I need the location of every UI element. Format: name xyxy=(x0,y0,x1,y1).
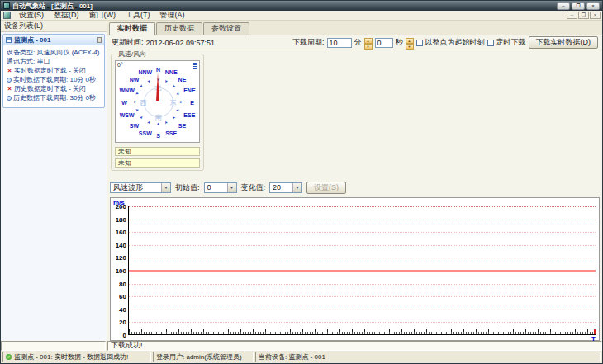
device-info-line: 设备类型: 风速风向仪 (ACFX-4) xyxy=(7,48,102,57)
minutes-stepper[interactable]: ▲▼ xyxy=(364,38,373,48)
compass-arrow-icon: ➤ xyxy=(135,108,140,113)
chevron-down-icon[interactable]: ▼ xyxy=(227,183,236,192)
mdi-restore-icon[interactable]: ❐ xyxy=(578,12,589,19)
y-tick-label: 140 xyxy=(112,242,126,249)
device-info-line: 通讯方式: 串口 xyxy=(7,57,102,66)
menu-item[interactable]: 数据(D) xyxy=(49,11,84,20)
device-info-lines: 设备类型: 风速风向仪 (ACFX-4)通讯方式: 串口×实时数据定时下载 - … xyxy=(3,45,104,107)
compass-arrow-icon: ➤ xyxy=(135,91,140,96)
stepper-down-icon[interactable]: ▼ xyxy=(364,44,373,50)
stepper-up-icon[interactable]: ▲ xyxy=(364,38,373,44)
y-tick-label: 40 xyxy=(112,306,126,314)
y-tick-label: 0 xyxy=(112,332,126,339)
mdi-minimize-icon[interactable]: – xyxy=(567,12,577,19)
wind-group-title: 风速/风向 xyxy=(116,50,148,59)
y-tick-label: 160 xyxy=(112,229,126,236)
compass-direction-label: SE xyxy=(178,123,186,129)
y-gridline xyxy=(129,296,596,297)
compass-arrow-icon: ➤ xyxy=(134,100,137,104)
status-section-user: 登录用户: admin(系统管理员) xyxy=(153,352,254,362)
clock-icon xyxy=(7,96,12,101)
message-row: 下载成功! xyxy=(1,341,602,351)
success-check-icon: ✓ xyxy=(6,354,12,360)
y-tick-label: 180 xyxy=(112,216,126,224)
compass-direction-label: E xyxy=(190,100,194,106)
y-gridline xyxy=(129,258,596,258)
tab-实时数据[interactable]: 实时数据 xyxy=(109,22,155,35)
pin-icon[interactable] xyxy=(97,37,102,43)
status-section-device: 当前设备: 监测点 - 001 xyxy=(255,352,601,362)
device-info-text: 历史数据定时下载 - 关闭 xyxy=(14,84,86,93)
chevron-down-icon[interactable]: ▼ xyxy=(292,183,302,192)
wind-direction-field: 未知 xyxy=(115,147,200,156)
message-left-box xyxy=(1,341,106,351)
compass-direction-label: SSW xyxy=(139,130,152,135)
delta-value-select[interactable]: 20 ▼ xyxy=(269,182,302,193)
clock-icon xyxy=(7,78,12,83)
disabled-x-icon: × xyxy=(7,66,12,75)
align-hour-checkbox[interactable] xyxy=(416,40,423,46)
seconds-stepper[interactable]: ▲▼ xyxy=(406,38,414,48)
y-gridline xyxy=(129,220,596,220)
main-panel: 实时数据历史数据参数设置 更新时间: 2012-06-02 09:57:51 下… xyxy=(107,21,602,341)
minutes-unit-label: 分 xyxy=(354,37,362,48)
disabled-x-icon: × xyxy=(7,84,12,93)
menu-items: 设置(S)数据(D)窗口(W)工具(T)管理(A) xyxy=(14,11,190,20)
device-list-header: 设备列表(L) xyxy=(1,21,107,32)
close-icon[interactable]: × xyxy=(586,2,600,10)
timed-download-label: 定时下载 xyxy=(496,37,526,48)
compass-arrow-icon: ➤ xyxy=(170,115,176,121)
stepper-up-icon[interactable]: ▲ xyxy=(406,38,414,44)
device-list-body: 监测点 - 001 设备类型: 风速风向仪 (ACFX-4)通讯方式: 串口×实… xyxy=(1,32,107,341)
compass-cardinal-label: 西 xyxy=(140,98,147,107)
device-panel[interactable]: 监测点 - 001 设备类型: 风速风向仪 (ACFX-4)通讯方式: 串口×实… xyxy=(2,34,105,108)
plot-area: 200180160140120100806040200 xyxy=(128,206,596,335)
seconds-input[interactable]: 0 xyxy=(375,38,393,48)
waveform-select[interactable]: 风速波形 ▼ xyxy=(110,182,171,193)
y-tick-label: 100 xyxy=(112,267,126,275)
stepper-down-icon[interactable]: ▼ xyxy=(406,44,414,50)
initial-value-select[interactable]: 0 ▼ xyxy=(204,182,237,193)
compass-arrow-icon: ➤ xyxy=(176,91,181,96)
tab-参数设置[interactable]: 参数设置 xyxy=(203,22,249,35)
delta-value: 20 xyxy=(270,183,292,192)
compass-scale-icon xyxy=(193,63,197,69)
compass-needle xyxy=(156,73,159,101)
mdi-system-icon[interactable] xyxy=(3,12,11,19)
compass-direction-label: SW xyxy=(130,123,139,129)
y-gridline xyxy=(129,245,596,246)
timed-download-checkbox[interactable] xyxy=(487,40,494,46)
menu-item[interactable]: 管理(A) xyxy=(155,11,190,20)
device-info-text: 实时数据下载周期: 10分 0秒 xyxy=(13,75,96,84)
chevron-down-icon[interactable]: ▼ xyxy=(161,183,170,192)
y-tick-label: 60 xyxy=(112,293,126,300)
compass-direction-label: NE xyxy=(178,76,187,82)
settings-button[interactable]: 设置(S) xyxy=(306,182,346,194)
mdi-close-icon[interactable]: × xyxy=(590,12,601,19)
device-panel-header[interactable]: 监测点 - 001 xyxy=(3,35,104,45)
compass-arrow-icon: ➤ xyxy=(155,122,159,125)
x-axis-ruler-ticks xyxy=(129,329,594,334)
y-tick-label: 20 xyxy=(112,319,126,326)
y-gridline xyxy=(129,206,596,207)
compass-direction-label: S xyxy=(156,133,160,139)
y-tick-label: 200 xyxy=(112,203,126,210)
reference-line-100 xyxy=(129,270,596,272)
download-realtime-button[interactable]: 下载实时数据(D) xyxy=(529,36,599,49)
tab-历史数据[interactable]: 历史数据 xyxy=(156,22,202,35)
compass-arrow-icon: ➤ xyxy=(139,115,145,121)
minutes-input[interactable]: 10 xyxy=(327,38,352,48)
device-info-text: 通讯方式: 串口 xyxy=(7,57,50,66)
y-gridline xyxy=(129,232,596,233)
menu-item[interactable]: 工具(T) xyxy=(121,11,155,20)
download-period-label: 下载周期: xyxy=(292,37,325,48)
chart-controls: 风速波形 ▼ 初始值: 0 ▼ 变化值: 20 ▼ 设置(S) xyxy=(110,181,346,194)
menu-item[interactable]: 设置(S) xyxy=(14,11,49,20)
minimize-icon[interactable]: – xyxy=(557,2,570,10)
compass-cardinal-label: 东 xyxy=(170,98,177,107)
maximize-icon[interactable]: ❐ xyxy=(572,2,585,10)
x-axis-unit-label: T xyxy=(591,335,596,343)
tab-strip: 实时数据历史数据参数设置 xyxy=(107,21,602,35)
device-icon xyxy=(6,37,12,43)
menu-item[interactable]: 窗口(W) xyxy=(84,11,121,20)
